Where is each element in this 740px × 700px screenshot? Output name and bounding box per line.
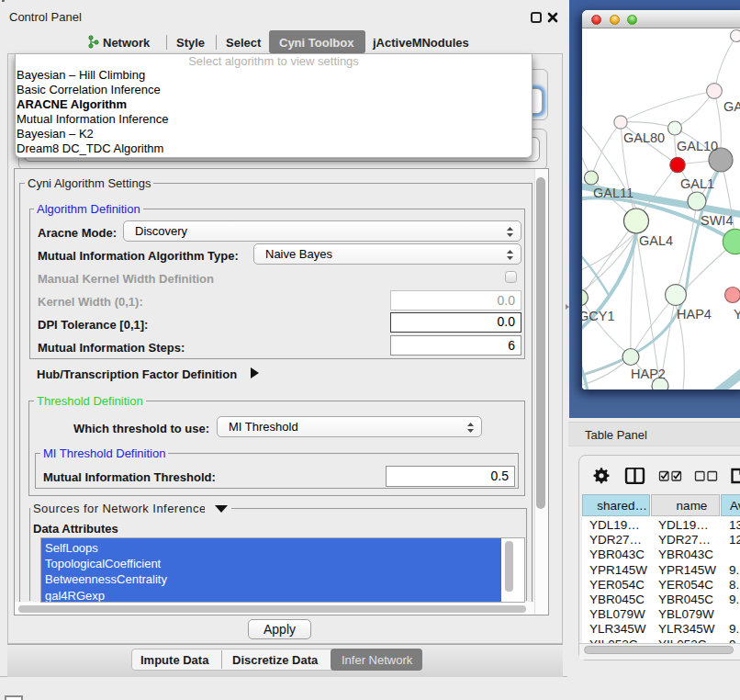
svg-text:HAP2: HAP2 bbox=[631, 367, 666, 381]
svg-text:YEL: YEL bbox=[734, 307, 740, 322]
svg-text:GCY1: GCY1 bbox=[582, 309, 615, 323]
svg-text:GAL2: GAL2 bbox=[723, 99, 740, 114]
svg-text:GAL1: GAL1 bbox=[680, 176, 714, 191]
svg-text:SWI4: SWI4 bbox=[701, 213, 733, 228]
svg-text:GAL4: GAL4 bbox=[639, 233, 673, 248]
svg-text:HAP4: HAP4 bbox=[677, 307, 712, 322]
svg-text:GAL11: GAL11 bbox=[593, 186, 633, 200]
svg-text:GAL80: GAL80 bbox=[623, 130, 665, 145]
svg-text:GAL10: GAL10 bbox=[677, 139, 718, 153]
